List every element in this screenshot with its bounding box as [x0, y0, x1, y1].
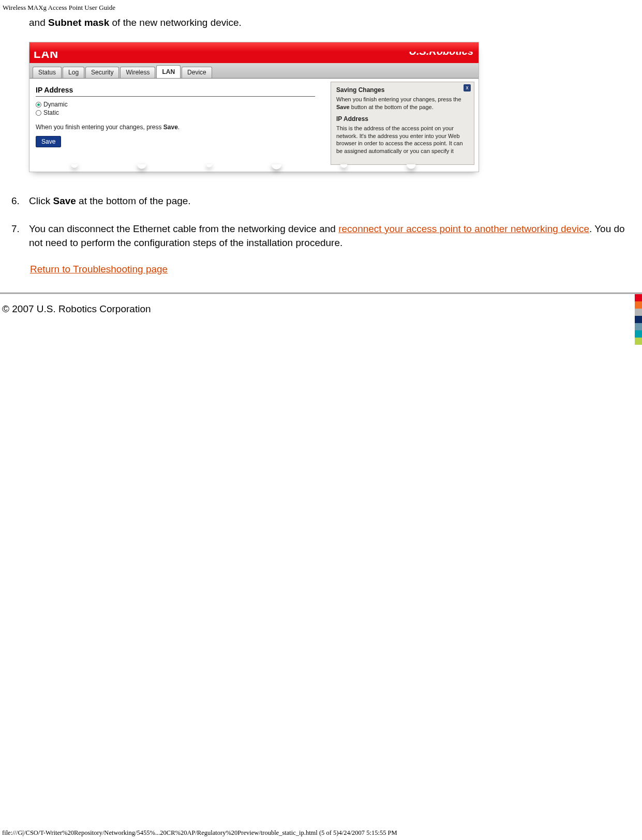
page: Wireless MAXg Access Point User Guide an…	[0, 0, 642, 840]
intro-pre: and	[29, 17, 48, 28]
router-body: IP Address Dynamic Static When you finis…	[29, 79, 479, 172]
radio-static-label: Static	[43, 109, 59, 116]
copyright: © 2007 U.S. Robotics Corporation	[1, 303, 642, 315]
step-6-pre: Click	[29, 195, 53, 206]
help-panel: x Saving Changes When you finish enterin…	[331, 82, 474, 165]
finish-bold: Save	[163, 124, 178, 131]
radio-dynamic[interactable]: Dynamic	[36, 101, 315, 108]
step-6: 6. Click Save at the bottom of the page.	[29, 194, 632, 208]
step-6-post: at the bottom of the page.	[76, 195, 191, 206]
help-heading-saving: Saving Changes	[336, 86, 469, 94]
section-ip-address: IP Address	[36, 86, 315, 97]
finish-post: .	[178, 124, 180, 131]
strip-color-4	[635, 323, 642, 330]
step-7-pre: You can disconnect the Ethernet cable fr…	[29, 223, 338, 234]
return-troubleshooting-link[interactable]: Return to Troubleshooting page	[30, 264, 632, 275]
strip-color-0	[635, 294, 642, 301]
finish-pre: When you finish entering your changes, p…	[36, 124, 163, 131]
tab-device[interactable]: Device	[182, 67, 212, 78]
strip-color-2	[635, 309, 642, 316]
tab-status[interactable]: Status	[33, 67, 62, 78]
brand-logo: U.S.Robotics	[409, 45, 473, 57]
radio-dot-selected-icon	[36, 102, 41, 108]
help-p1-post: button at the bottom of the page.	[350, 104, 434, 110]
step-7-number: 7.	[11, 222, 20, 236]
router-left-column: IP Address Dynamic Static When you finis…	[36, 86, 315, 147]
intro-bold: Subnet mask	[48, 17, 109, 28]
step-6-bold: Save	[53, 195, 76, 206]
tab-log[interactable]: Log	[63, 67, 84, 78]
step-6-number: 6.	[11, 194, 20, 208]
help-p2: This is the address of the access point …	[336, 125, 469, 155]
footer: © 2007 U.S. Robotics Corporation	[0, 294, 642, 315]
tab-lan[interactable]: LAN	[156, 65, 181, 78]
strip-color-3	[635, 316, 642, 323]
close-icon[interactable]: x	[464, 84, 471, 91]
save-button[interactable]: Save	[36, 136, 61, 147]
router-page-title: LAN	[34, 48, 58, 61]
radio-static[interactable]: Static	[36, 109, 315, 116]
color-strip	[635, 294, 642, 345]
radio-dynamic-label: Dynamic	[43, 101, 68, 108]
radio-dot-icon	[36, 110, 41, 116]
help-heading-ip: IP Address	[336, 115, 469, 123]
strip-color-5	[635, 330, 642, 338]
help-p1: When you finish entering your changes, p…	[336, 96, 469, 111]
strip-color-1	[635, 301, 642, 309]
help-p1-bold: Save	[336, 104, 350, 110]
intro-line: and Subnet mask of the new networking de…	[29, 17, 632, 28]
router-header: LAN U.S.Robotics	[29, 42, 479, 63]
main-content: and Subnet mask of the new networking de…	[0, 12, 642, 275]
step-7: 7. You can disconnect the Ethernet cable…	[29, 222, 632, 250]
torn-edge-decoration	[29, 164, 479, 173]
step-list: 6. Click Save at the bottom of the page.…	[29, 194, 632, 250]
router-tabs: Status Log Security Wireless LAN Device	[29, 63, 479, 79]
file-path: file:///G|/CSO/T-Writer%20Repository/Net…	[2, 829, 397, 837]
doc-header-title: Wireless MAXg Access Point User Guide	[0, 0, 642, 12]
router-screenshot: LAN U.S.Robotics Status Log Security Wir…	[29, 42, 479, 172]
finish-instruction: When you finish entering your changes, p…	[36, 124, 315, 131]
intro-suffix: of the new networking device.	[109, 17, 242, 28]
help-p1-pre: When you finish entering your changes, p…	[336, 96, 461, 102]
tab-security[interactable]: Security	[85, 67, 119, 78]
tab-wireless[interactable]: Wireless	[120, 67, 155, 78]
strip-color-6	[635, 338, 642, 345]
reconnect-link[interactable]: reconnect your access point to another n…	[338, 223, 589, 234]
